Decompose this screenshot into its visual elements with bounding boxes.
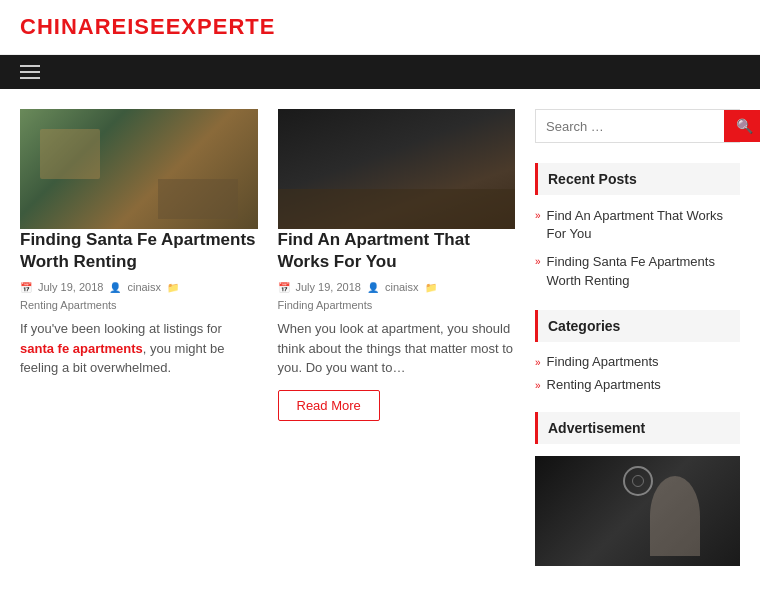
calendar-icon-1: 📅: [20, 282, 32, 293]
post-author-2: cinaisx: [385, 281, 419, 293]
chevron-icon-1: »: [535, 209, 541, 223]
main-container: Finding Santa Fe Apartments Worth Rentin…: [0, 89, 760, 600]
categories-section: Categories » Finding Apartments » Rentin…: [535, 310, 740, 392]
ad-circle-decoration: [623, 466, 653, 496]
post-card-2: Find An Apartment That Works For You 📅 J…: [278, 109, 516, 421]
site-title[interactable]: CHINAREISEEXPERTE: [20, 14, 740, 40]
read-more-button[interactable]: Read More: [278, 390, 380, 421]
advertisement-heading: Advertisement: [535, 412, 740, 444]
recent-post-title-2: Finding Santa Fe Apartments Worth Rentin…: [547, 253, 740, 289]
categories-heading: Categories: [535, 310, 740, 342]
site-header: CHINAREISEEXPERTE: [0, 0, 760, 55]
post-date-2: July 19, 2018: [296, 281, 361, 293]
post-excerpt-1: If you've been looking at listings for s…: [20, 319, 258, 378]
post-title-2[interactable]: Find An Apartment That Works For You: [278, 229, 516, 273]
advertisement-section: Advertisement: [535, 412, 740, 566]
hamburger-line-2: [20, 71, 40, 73]
sidebar: 🔍 Recent Posts » Find An Apartment That …: [535, 109, 740, 586]
search-icon: 🔍: [736, 118, 753, 134]
post-image-apartment: [278, 109, 516, 229]
content-area: Finding Santa Fe Apartments Worth Rentin…: [20, 109, 515, 586]
category-label-1: Finding Apartments: [547, 354, 659, 369]
category-label-2: Renting Apartments: [547, 377, 661, 392]
calendar-icon-2: 📅: [278, 282, 290, 293]
post-meta-2: 📅 July 19, 2018 👤 cinaisx 📁 Finding Apar…: [278, 281, 516, 311]
search-box: 🔍: [535, 109, 740, 143]
post-category-2[interactable]: Finding Apartments: [278, 299, 373, 311]
nav-bar: [0, 55, 760, 89]
post-author-1: cinaisx: [127, 281, 161, 293]
post-category-1[interactable]: Renting Apartments: [20, 299, 117, 311]
post-date-1: July 19, 2018: [38, 281, 103, 293]
category-item-1[interactable]: » Finding Apartments: [535, 354, 740, 369]
post-image-santa-fe: [20, 109, 258, 229]
chevron-icon-2: »: [535, 255, 541, 269]
post-meta-1: 📅 July 19, 2018 👤 cinaisx 📁 Renting Apar…: [20, 281, 258, 311]
santa-fe-link[interactable]: santa fe apartments: [20, 341, 143, 356]
posts-grid: Finding Santa Fe Apartments Worth Rentin…: [20, 109, 515, 421]
chevron-icon-cat-1: »: [535, 357, 541, 368]
post-excerpt-2: When you look at apartment, you should t…: [278, 319, 516, 378]
recent-post-item-2[interactable]: » Finding Santa Fe Apartments Worth Rent…: [535, 253, 740, 289]
search-button[interactable]: 🔍: [724, 110, 760, 142]
category-item-2[interactable]: » Renting Apartments: [535, 377, 740, 392]
folder-icon-2: 📁: [425, 282, 437, 293]
recent-post-title-1: Find An Apartment That Works For You: [547, 207, 740, 243]
hamburger-line-3: [20, 77, 40, 79]
user-icon-1: 👤: [109, 282, 121, 293]
chevron-icon-cat-2: »: [535, 380, 541, 391]
recent-post-item-1[interactable]: » Find An Apartment That Works For You: [535, 207, 740, 243]
recent-posts-section: Recent Posts » Find An Apartment That Wo…: [535, 163, 740, 290]
recent-posts-heading: Recent Posts: [535, 163, 740, 195]
advertisement-image: [535, 456, 740, 566]
post-card-1: Finding Santa Fe Apartments Worth Rentin…: [20, 109, 258, 421]
folder-icon-1: 📁: [167, 282, 179, 293]
search-input[interactable]: [536, 111, 724, 142]
post-title-1[interactable]: Finding Santa Fe Apartments Worth Rentin…: [20, 229, 258, 273]
hamburger-menu-icon[interactable]: [20, 65, 40, 79]
ad-circle-inner: [632, 475, 644, 487]
hamburger-line-1: [20, 65, 40, 67]
user-icon-2: 👤: [367, 282, 379, 293]
